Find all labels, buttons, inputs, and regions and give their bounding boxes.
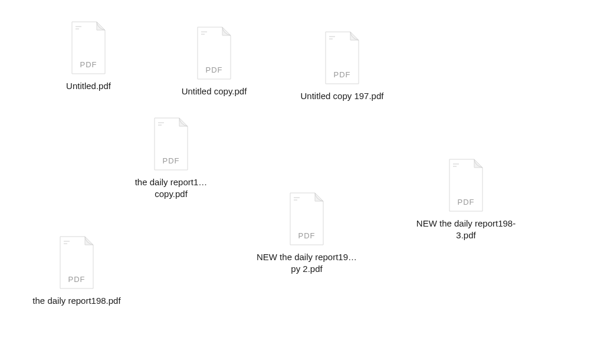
file-item[interactable]: PDF NEW the daily report19…py 2.pdf <box>254 192 360 275</box>
file-type-label: PDF <box>285 231 328 240</box>
file-type-label: PDF <box>67 60 110 69</box>
file-name-label: the daily report198.pdf <box>30 294 123 307</box>
pdf-file-icon: PDF <box>67 21 110 75</box>
file-item[interactable]: PDF NEW the daily report198-3.pdf <box>413 158 519 241</box>
pdf-file-icon: PDF <box>193 26 235 80</box>
pdf-file-icon: PDF <box>55 235 98 290</box>
file-type-label: PDF <box>150 156 192 165</box>
file-item[interactable]: PDF Untitled.pdf <box>35 21 142 93</box>
pdf-file-icon: PDF <box>150 117 192 171</box>
file-name-label: Untitled copy.pdf <box>179 85 250 98</box>
pdf-file-icon: PDF <box>445 158 487 212</box>
file-item[interactable]: PDF Untitled copy 197.pdf <box>289 31 395 103</box>
file-type-label: PDF <box>55 275 98 284</box>
file-type-label: PDF <box>193 65 235 74</box>
file-name-label: NEW the daily report198-3.pdf <box>413 217 519 241</box>
file-name-label: Untitled.pdf <box>64 80 113 93</box>
pdf-file-icon: PDF <box>285 192 328 246</box>
file-name-label: NEW the daily report19…py 2.pdf <box>254 251 360 275</box>
file-item[interactable]: PDF the daily report198.pdf <box>24 235 130 307</box>
file-type-label: PDF <box>445 198 487 206</box>
file-name-label: Untitled copy 197.pdf <box>298 90 386 103</box>
file-type-label: PDF <box>321 70 363 79</box>
file-item[interactable]: PDF Untitled copy.pdf <box>161 26 267 98</box>
file-item[interactable]: PDF the daily report1…copy.pdf <box>118 117 224 200</box>
pdf-file-icon: PDF <box>321 31 363 85</box>
file-name-label: the daily report1…copy.pdf <box>118 176 224 200</box>
